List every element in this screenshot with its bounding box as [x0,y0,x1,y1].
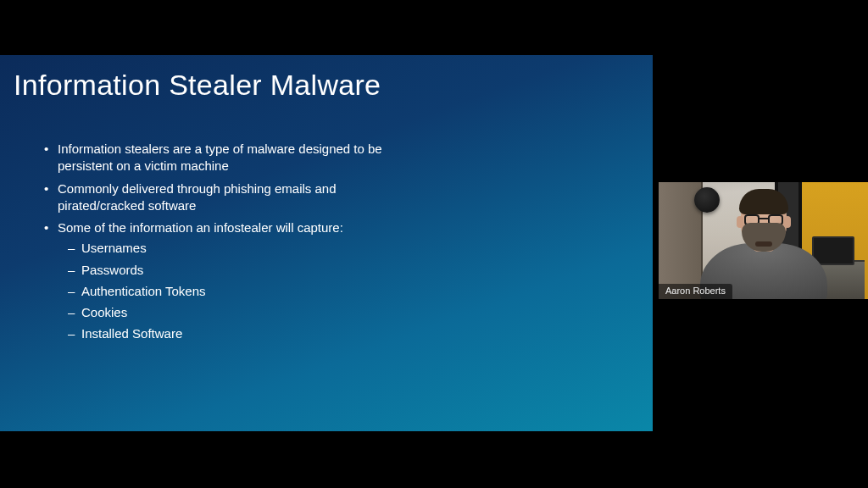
sub-bullet-item: Passwords [70,262,385,279]
slide-title: Information Stealer Malware [14,69,632,102]
bullet-item: Some of the information an infostealer w… [46,219,385,343]
sub-bullet-item: Authentication Tokens [70,283,385,300]
bullet-item: Commonly delivered through phishing emai… [46,180,385,215]
bullet-item: Information stealers are a type of malwa… [46,141,385,175]
shared-slide: Information Stealer Malware Information … [0,55,653,431]
bullet-text: Some of the information an infostealer w… [58,220,343,235]
bullet-text: Commonly delivered through phishing emai… [58,181,337,213]
sub-bullet-item: Installed Software [70,325,385,342]
speaker-video-tile[interactable]: Aaron Roberts [659,182,868,299]
speaker-name-tag: Aaron Roberts [659,284,732,299]
video-conference-stage: Information Stealer Malware Information … [0,0,868,488]
sub-bullet-item: Usernames [70,240,385,257]
bullet-text: Information stealers are a type of malwa… [58,141,382,173]
sub-bullet-item: Cookies [70,304,385,321]
slide-body: Information stealers are a type of malwa… [20,141,632,343]
